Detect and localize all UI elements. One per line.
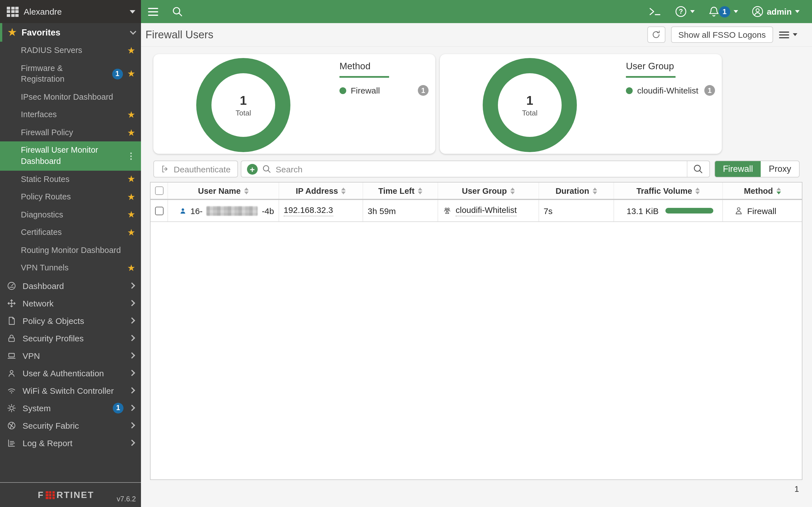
user-group-cell: cloudifi-Whitelist: [438, 200, 539, 221]
sidebar-item-system[interactable]: System 1: [0, 399, 141, 417]
sort-icon: [593, 187, 597, 194]
refresh-button[interactable]: [647, 26, 665, 43]
favorite-star-icon[interactable]: ★: [127, 69, 135, 78]
tab-proxy[interactable]: Proxy: [761, 161, 799, 177]
laptop-icon: [7, 351, 16, 360]
user-group-icon: [443, 206, 452, 215]
user-group-donut-chart[interactable]: 1 Total: [483, 58, 577, 152]
sidebar-item-vpn-tunnels[interactable]: VPN Tunnels ★: [0, 260, 141, 277]
sidebar-item-certificates[interactable]: Certificates ★: [0, 224, 141, 241]
cli-console-icon[interactable]: [649, 7, 661, 16]
admin-menu[interactable]: admin: [752, 6, 800, 17]
ip-address-filter-link[interactable]: 192.168.32.3: [284, 205, 333, 216]
user-group-filter-link[interactable]: cloudifi-Whitelist: [456, 205, 517, 216]
log-report-icon: [7, 438, 16, 448]
traffic-volume-bar: [665, 208, 713, 214]
search-input[interactable]: [276, 164, 681, 174]
help-menu[interactable]: ?: [675, 6, 695, 17]
column-header-user-group[interactable]: User Group: [438, 182, 539, 199]
sidebar-item-security-fabric[interactable]: Security Fabric: [0, 417, 141, 434]
column-header-user-name[interactable]: User Name: [168, 182, 279, 199]
search-submit-button[interactable]: [687, 161, 709, 177]
time-left-cell: 3h 59m: [363, 200, 438, 221]
sidebar-item-policy-routes[interactable]: Policy Routes ★: [0, 188, 141, 206]
column-header-duration[interactable]: Duration: [539, 182, 614, 199]
fortinet-logo-grid-icon: [46, 492, 55, 499]
favorite-star-icon[interactable]: ★: [127, 193, 135, 202]
help-icon: ?: [675, 6, 687, 17]
sidebar-item-radius-servers[interactable]: RADIUS Servers ★: [0, 42, 141, 59]
item-options-icon[interactable]: ⋮: [127, 151, 135, 162]
row-checkbox[interactable]: [155, 207, 163, 215]
sort-icon-active: [776, 187, 781, 194]
sidebar-item-dashboard[interactable]: Dashboard: [0, 277, 141, 295]
favorite-star-icon[interactable]: ★: [127, 175, 135, 184]
notifications-menu[interactable]: 1: [708, 6, 738, 17]
view-options-menu[interactable]: [779, 31, 797, 39]
method-donut-chart[interactable]: 1 Total: [196, 58, 290, 152]
fortigate-app: Alexandre ? 1: [0, 0, 812, 507]
policy-document-icon: [7, 316, 16, 326]
chevron-down-icon: [793, 33, 797, 36]
sidebar-item-security-profiles[interactable]: Security Profiles: [0, 330, 141, 347]
select-all-checkbox[interactable]: [155, 186, 163, 195]
sort-icon: [510, 187, 515, 194]
sidebar-item-ipsec-monitor-dashboard[interactable]: IPsec Monitor Dashboard: [0, 88, 141, 106]
add-filter-icon[interactable]: +: [247, 164, 258, 174]
vdom-selector[interactable]: Alexandre: [0, 0, 141, 23]
redacted-user-name: [207, 206, 258, 216]
favorite-star-icon[interactable]: ★: [127, 228, 135, 237]
favorite-star-icon[interactable]: ★: [127, 110, 135, 119]
column-header-time-left[interactable]: Time Left: [363, 182, 438, 199]
sidebar-item-static-routes[interactable]: Static Routes ★: [0, 170, 141, 188]
sidebar-item-firewall-user-monitor-dashboard[interactable]: Firewall User Monitor Dashboard ⋮: [0, 142, 141, 170]
chevron-right-icon: [129, 440, 135, 446]
sidebar-item-log-report[interactable]: Log & Report: [0, 434, 141, 452]
chevron-right-icon: [129, 300, 135, 306]
favorite-star-icon[interactable]: ★: [127, 128, 135, 137]
sidebar-item-user-authentication[interactable]: User & Authentication: [0, 364, 141, 382]
sidebar-item-network[interactable]: Network: [0, 295, 141, 312]
sidebar-item-routing-monitor-dashboard[interactable]: Routing Monitor Dashboard: [0, 242, 141, 260]
chevron-right-icon: [129, 422, 135, 429]
sidebar-item-wifi-switch-controller[interactable]: WiFi & Switch Controller: [0, 382, 141, 399]
svg-text:?: ?: [679, 8, 683, 15]
show-fsso-logons-button[interactable]: Show all FSSO Logons: [671, 26, 773, 43]
column-header-traffic-volume[interactable]: Traffic Volume: [614, 182, 723, 199]
global-search-icon[interactable]: [172, 6, 183, 17]
fortinet-logo: F RTINET: [38, 490, 94, 500]
legend-item-cloudifi-whitelist[interactable]: cloudifi-Whitelist 1: [626, 85, 715, 96]
sidebar-item-firmware-registration[interactable]: Firmware & Registration 1 ★: [0, 59, 141, 88]
sort-icon: [342, 187, 346, 194]
page-number[interactable]: 1: [795, 485, 799, 494]
sidebar-item-diagnostics[interactable]: Diagnostics ★: [0, 206, 141, 224]
sidebar-item-policy-objects[interactable]: Policy & Objects: [0, 312, 141, 330]
page-title: Firewall Users: [146, 29, 213, 41]
column-header-ip-address[interactable]: IP Address: [279, 182, 363, 199]
sidebar-favorites-header[interactable]: ★ Favorites: [0, 23, 141, 42]
favorite-star-icon[interactable]: ★: [127, 264, 135, 273]
sidebar-item-vpn[interactable]: VPN: [0, 347, 141, 364]
legend-item-firewall[interactable]: Firewall 1: [340, 85, 428, 96]
legend-title: Method: [340, 61, 389, 78]
sidebar-item-firewall-policy[interactable]: Firewall Policy ★: [0, 124, 141, 142]
collapse-menu-icon[interactable]: [148, 7, 158, 16]
user-solid-icon: [179, 207, 186, 215]
bell-icon: [708, 6, 719, 17]
chevron-right-icon: [129, 387, 135, 394]
sidebar-item-interfaces[interactable]: Interfaces ★: [0, 106, 141, 124]
favorite-star-icon[interactable]: ★: [127, 46, 135, 55]
column-header-method[interactable]: Method: [723, 182, 802, 199]
chevron-right-icon: [129, 352, 135, 359]
user-icon: [7, 369, 16, 378]
wifi-icon: [7, 386, 16, 395]
vdom-name: Alexandre: [24, 7, 62, 16]
deauthenticate-button[interactable]: Deauthenticate: [153, 161, 238, 177]
admin-name: admin: [767, 7, 792, 16]
tab-firewall[interactable]: Firewall: [715, 161, 761, 177]
method-cell: Firewall: [723, 200, 802, 221]
favorite-star-icon[interactable]: ★: [127, 210, 135, 219]
row-checkbox-cell: [151, 200, 168, 221]
favorites-star-icon: ★: [8, 27, 17, 37]
table-row[interactable]: 16--4b 192.168.32.3 3h 59m cloudifi-Whit…: [151, 200, 802, 222]
